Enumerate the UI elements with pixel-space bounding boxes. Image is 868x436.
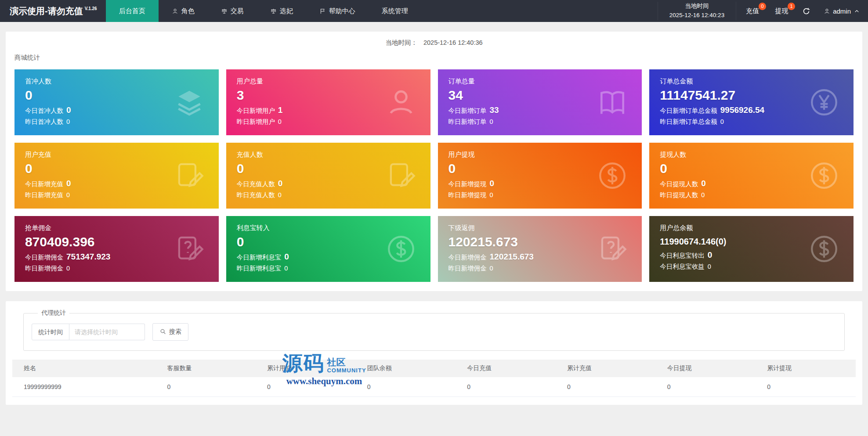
brand-title: 演示使用-请勿充值 V.1.26 (0, 0, 106, 22)
table-body: 199999999990000000 (12, 377, 856, 396)
table-cell: 0 (256, 377, 356, 396)
stat-card-title: 下级返佣 (448, 224, 632, 232)
stats-grid: 首冲人数0今日首冲人数0昨日首冲人数0用户总量3今日新增用户1昨日新增用户0订单… (14, 69, 854, 282)
chevron-up-icon (854, 8, 860, 14)
brand-text: 演示使用-请勿充值 (10, 5, 83, 17)
note-edit-icon (385, 159, 417, 192)
col-header: 今日充值 (456, 360, 556, 377)
stat-card-title: 用户总余额 (660, 224, 843, 232)
section-title: 商城统计 (14, 54, 854, 62)
topbar-time-value: 2025-12-16 12:40:23 (669, 11, 724, 20)
dollar-circle-icon (808, 159, 840, 192)
col-header: 累计充值 (556, 360, 656, 377)
nav-item-home[interactable]: 后台首页 (106, 0, 159, 22)
agent-legend: 代理统计 (38, 309, 69, 317)
nav-item-roles[interactable]: 角色 (159, 0, 208, 22)
stat-card-lixibao-in: 利息宝转入0今日新增利息宝0昨日新增利息宝0 (226, 216, 430, 282)
question-note-icon (173, 233, 206, 265)
time-filter-input[interactable] (69, 324, 145, 340)
col-header: 客服数量 (156, 360, 256, 377)
table-cell: 19999999999 (12, 377, 156, 396)
topbar-time: 当地时间 2025-12-16 12:40:23 (658, 2, 736, 20)
time-filter-group: 统计时间 (32, 324, 145, 340)
table-cell: 0 (756, 377, 856, 396)
layers-icon (173, 86, 206, 119)
scales-icon (221, 8, 228, 14)
stat-card-title: 抢单佣金 (25, 224, 208, 232)
table-row: 199999999990000000 (12, 377, 856, 396)
flag-icon (319, 8, 326, 14)
filter-row: 统计时间 搜索 (32, 323, 836, 341)
stat-card-line-yesterday: 昨日新增佣金0 (25, 264, 208, 273)
search-button-label: 搜索 (169, 328, 181, 336)
stat-card-line-yesterday: 昨日提现人数0 (660, 191, 843, 199)
book-icon (596, 86, 629, 119)
stat-card-title: 订单总金额 (660, 77, 843, 86)
nav-item-help-center[interactable]: 帮助中心 (306, 0, 369, 22)
dollar-circle-icon (596, 159, 629, 192)
table-cell: 0 (556, 377, 656, 396)
col-header: 累计用户 (256, 360, 356, 377)
refresh-icon[interactable] (802, 7, 810, 15)
nav-item-trade[interactable]: 交易 (208, 0, 257, 22)
dollar-circle-icon (385, 233, 417, 265)
stat-card-first-recharge-users: 首冲人数0今日首冲人数0昨日首冲人数0 (14, 69, 219, 135)
agent-panel: 代理统计 统计时间 搜索 姓名客服数量累计用户团队余额今日充值累计充值今日提现累… (6, 301, 862, 405)
stat-card-line-yesterday: 昨日新增提现0 (448, 191, 632, 199)
table-cell: 0 (456, 377, 556, 396)
stat-card-line-yesterday: 昨日新增充值0 (25, 191, 208, 199)
user-name: admin (833, 7, 851, 15)
stat-card-title: 用户总量 (237, 77, 420, 86)
topbar-right: 当地时间 2025-12-16 12:40:23 充值 0 提现 1 admin (658, 0, 868, 22)
withdraw-button[interactable]: 提现 1 (775, 7, 788, 15)
stat-card-user-withdraw: 用户提现0今日新增提现0昨日新增提现0 (438, 143, 642, 209)
nav-item-label: 交易 (231, 7, 244, 15)
nav-item-label: 后台首页 (119, 7, 145, 15)
stat-card-line-yesterday: 昨日新增订单0 (448, 118, 632, 126)
stat-card-line-yesterday: 昨日首冲人数0 (25, 118, 208, 126)
search-button[interactable]: 搜索 (152, 323, 188, 341)
time-filter-label: 统计时间 (32, 324, 69, 340)
dollar-circle-icon (808, 233, 840, 265)
local-time-value: 2025-12-16 12:40:36 (423, 39, 483, 46)
local-time-label: 当地时间： (385, 39, 417, 46)
stat-card-total-users: 用户总量3今日新增用户1昨日新增用户0 (226, 69, 430, 135)
stat-card-title: 提现人数 (660, 151, 843, 159)
stat-card-recharge-users: 充值人数0今日充值人数0昨日充值人数0 (226, 143, 430, 209)
stat-card-title: 利息宝转入 (237, 224, 420, 232)
scales-icon (270, 8, 277, 14)
stat-card-title: 首冲人数 (25, 77, 208, 86)
nav-item-label: 选妃 (280, 7, 293, 15)
stat-card-line-yesterday: 昨日新增订单总金额0 (660, 118, 843, 126)
stat-card-line-yesterday: 昨日新增利息宝0 (237, 264, 420, 273)
nav-item-system[interactable]: 系统管理 (369, 0, 421, 22)
stat-card-withdraw-users: 提现人数0今日提现人数0昨日提现人数0 (649, 143, 854, 209)
withdraw-label: 提现 (775, 7, 788, 14)
agent-table: 姓名客服数量累计用户团队余额今日充值累计充值今日提现累计提现 199999999… (12, 360, 856, 397)
stat-card-line-yesterday: 昨日新增佣金0 (448, 264, 632, 273)
user-icon (172, 8, 178, 14)
user-menu[interactable]: admin (817, 7, 860, 15)
nav-item-xuanfei[interactable]: 选妃 (257, 0, 306, 22)
table-cell: 0 (156, 377, 256, 396)
stat-card-title: 订单总量 (448, 77, 632, 86)
stat-card-title: 用户充值 (25, 151, 208, 159)
stat-card-user-recharge: 用户充值0今日新增充值0昨日新增充值0 (14, 143, 219, 209)
stat-card-total-balance: 用户总余额11990674.146(0)今日利息宝转出0今日利息宝收益0 (649, 216, 854, 282)
stat-card-total-order-amount: 订单总金额11147541.27今日新增订单总金额9956926.54昨日新增订… (649, 69, 854, 135)
question-note-icon (596, 233, 629, 265)
nav-item-label: 角色 (181, 7, 195, 15)
col-header: 累计提现 (756, 360, 856, 377)
agent-fieldset: 代理统计 统计时间 搜索 (23, 309, 845, 351)
yen-circle-icon (808, 86, 840, 119)
user-icon (824, 8, 830, 14)
stat-card-line-yesterday: 昨日充值人数0 (237, 191, 420, 199)
stat-card-total-orders: 订单总量34今日新增订单33昨日新增订单0 (438, 69, 642, 135)
col-header: 今日提现 (656, 360, 756, 377)
stat-card-line-yesterday: 昨日新增用户0 (237, 118, 420, 126)
topbar: 演示使用-请勿充值 V.1.26 后台首页角色交易选妃帮助中心系统管理 当地时间… (0, 0, 868, 22)
stats-panel: 当地时间： 2025-12-16 12:40:36 商城统计 首冲人数0今日首冲… (6, 32, 862, 291)
stat-card-title: 充值人数 (237, 151, 420, 159)
recharge-button[interactable]: 充值 0 (746, 7, 759, 15)
stat-card-title: 用户提现 (448, 151, 632, 159)
